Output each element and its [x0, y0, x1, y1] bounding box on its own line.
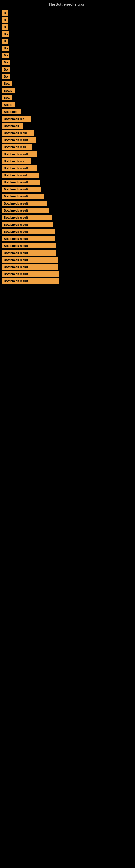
list-item: Bottleneck result — [2, 201, 135, 206]
bottleneck-label: Bottleneck — [2, 123, 23, 129]
bottleneck-label: B — [2, 24, 8, 30]
bottleneck-label: Bottle — [2, 88, 14, 93]
list-item: Bo — [2, 67, 135, 72]
bottleneck-label: Bottle — [2, 102, 14, 107]
bottleneck-label: Bo — [2, 31, 9, 37]
list-item: Bottleneck resul — [2, 173, 135, 178]
bottleneck-label: Bottleneck result — [2, 222, 53, 227]
bottleneck-label: Bott — [2, 95, 12, 100]
bottleneck-label: Bottleneck result — [2, 250, 56, 255]
bottleneck-label: Bottleneck result — [2, 151, 37, 157]
list-item: Bo — [2, 74, 135, 79]
bottleneck-label: Bottleneck resu — [2, 144, 32, 150]
bottleneck-label: Bo — [2, 60, 10, 65]
list-item: Bottlenec — [2, 109, 135, 115]
bottleneck-label: Bottleneck result — [2, 194, 44, 199]
list-item: Bo — [2, 60, 135, 65]
bottleneck-label: Bo — [2, 67, 10, 72]
list-item: Bottleneck result — [2, 180, 135, 185]
bottleneck-label: Bottleneck result — [2, 257, 57, 262]
bottleneck-label: B — [2, 18, 8, 23]
bottleneck-label: Bottleneck result — [2, 180, 40, 185]
list-item: B — [2, 38, 135, 44]
bottleneck-label: Bottleneck resul — [2, 173, 39, 178]
list-item: Bottleneck result — [2, 208, 135, 213]
list-item: Bott — [2, 81, 135, 86]
list-item: Bottleneck result — [2, 229, 135, 235]
bottleneck-label: Bottleneck result — [2, 208, 49, 213]
bottleneck-label: B — [2, 38, 8, 44]
bottleneck-label: Bottleneck result — [2, 187, 41, 192]
list-item: Bottleneck res — [2, 116, 135, 122]
list-item: Bottleneck result — [2, 250, 135, 255]
bottleneck-label: Bottleneck result — [2, 229, 55, 235]
bottleneck-label: Bottleneck result — [2, 236, 55, 241]
list-item: Bottle — [2, 102, 135, 107]
list-item: Bott — [2, 95, 135, 100]
bottleneck-label: Bottleneck result — [2, 271, 59, 277]
list-item: B — [2, 18, 135, 23]
list-item: Bottleneck result — [2, 236, 135, 241]
list-item: Bo — [2, 53, 135, 58]
list-item: Bottleneck result — [2, 278, 135, 284]
bottleneck-label: Bottleneck res — [2, 116, 31, 122]
site-title: TheBottlenecker.com — [0, 0, 135, 8]
bottleneck-label: Bottleneck resul — [2, 130, 34, 135]
bottleneck-label: Bottleneck result — [2, 278, 59, 284]
bottleneck-label: Bottleneck result — [2, 201, 47, 206]
bottleneck-label: Bottleneck result — [2, 165, 37, 171]
bottleneck-label: Bottleneck result — [2, 215, 52, 220]
bottleneck-label: B — [2, 10, 8, 16]
list-item: B — [2, 10, 135, 16]
list-item: Bottleneck result — [2, 222, 135, 227]
bottleneck-label: Bott — [2, 81, 12, 86]
list-item: Bottleneck result — [2, 137, 135, 143]
list-item: Bottleneck — [2, 123, 135, 129]
list-item: Bo — [2, 31, 135, 37]
list-item: Bottleneck result — [2, 271, 135, 277]
list-item: Bottle — [2, 88, 135, 93]
bottleneck-label: Bottleneck res — [2, 158, 31, 164]
list-item: Bottleneck result — [2, 187, 135, 192]
list-item: Bottleneck resu — [2, 144, 135, 150]
list-item: Bottleneck result — [2, 257, 135, 262]
list-item: Bottleneck result — [2, 215, 135, 220]
list-item: B — [2, 24, 135, 30]
bottleneck-label: Bo — [2, 45, 9, 51]
bottleneck-label: Bottlenec — [2, 109, 21, 115]
list-item: Bottleneck resul — [2, 130, 135, 135]
bottleneck-label: Bottleneck result — [2, 137, 36, 143]
list-item: Bottleneck result — [2, 194, 135, 199]
bottleneck-label: Bo — [2, 53, 9, 58]
list-item: Bottleneck res — [2, 158, 135, 164]
bottleneck-label: Bo — [2, 74, 10, 79]
bottleneck-label: Bottleneck result — [2, 264, 57, 270]
list-item: Bottleneck result — [2, 151, 135, 157]
list-item: Bottleneck result — [2, 264, 135, 270]
bottleneck-label: Bottleneck result — [2, 243, 56, 248]
items-container: BBBBoBBoBoBoBoBoBottBottleBottBottleBott… — [0, 8, 135, 288]
list-item: Bo — [2, 45, 135, 51]
list-item: Bottleneck result — [2, 165, 135, 171]
list-item: Bottleneck result — [2, 243, 135, 248]
